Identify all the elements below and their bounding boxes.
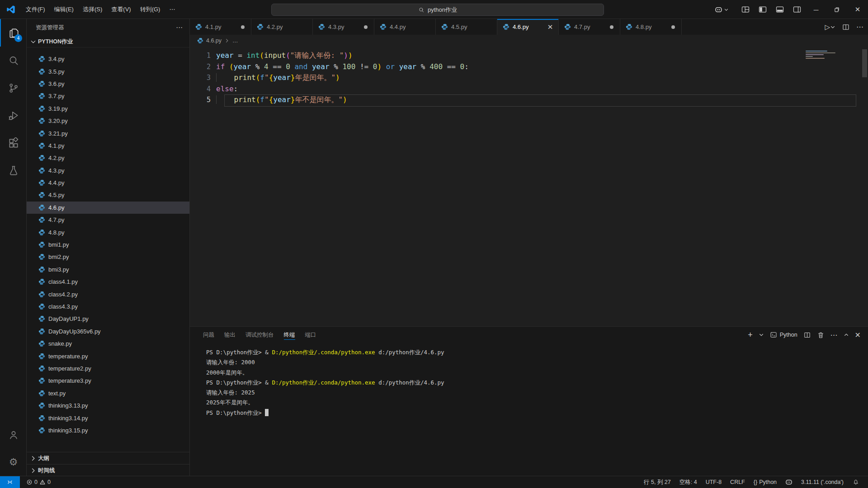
panel-tab-终端[interactable]: 终端: [280, 327, 299, 343]
file-item[interactable]: bmi1.py: [27, 239, 189, 251]
run-python-file-button[interactable]: ▷: [825, 23, 835, 31]
status-item-icon[interactable]: [783, 479, 795, 486]
activity-item-account[interactable]: [0, 421, 27, 448]
status-item-Python[interactable]: {}Python: [751, 479, 779, 485]
toggle-panel-icon[interactable]: [775, 5, 784, 14]
kill-terminal-icon[interactable]: [817, 331, 825, 339]
close-tab-icon[interactable]: ✕: [547, 23, 554, 31]
menu-item-S[interactable]: 选择(S): [78, 0, 107, 19]
editor-tab-4.4.py[interactable]: 4.4.py: [374, 19, 436, 35]
maximize-panel-icon[interactable]: [844, 332, 849, 338]
close-window-button[interactable]: ✕: [847, 0, 868, 19]
editor-tab-4.7.py[interactable]: 4.7.py: [559, 19, 620, 35]
file-item[interactable]: 3.6.py: [27, 78, 189, 90]
code-editor[interactable]: 1year = int(input("请输入年份: "))2if (year %…: [190, 47, 868, 326]
minimap[interactable]: [806, 51, 838, 60]
file-item[interactable]: 3.21.py: [27, 127, 189, 139]
file-item[interactable]: 4.3.py: [27, 164, 189, 177]
customize-layout-icon[interactable]: [741, 5, 750, 14]
file-item[interactable]: 4.5.py: [27, 189, 189, 201]
file-item[interactable]: class4.2.py: [27, 288, 189, 300]
toggle-primary-sidebar-icon[interactable]: [758, 5, 767, 14]
toggle-secondary-sidebar-icon[interactable]: [793, 5, 802, 14]
file-item[interactable]: thinking3.13.py: [27, 399, 189, 412]
file-item[interactable]: 3.19.py: [27, 103, 189, 115]
activity-item-source-control[interactable]: [0, 74, 27, 102]
editor-tab-4.3.py[interactable]: 4.3.py: [313, 19, 374, 35]
copilot-button[interactable]: [715, 6, 729, 14]
panel-tab-调试控制台[interactable]: 调试控制台: [241, 327, 278, 343]
file-item[interactable]: temperature.py: [27, 350, 189, 362]
panel-more-actions[interactable]: ⋯: [830, 331, 838, 339]
activity-item-run-debug[interactable]: [0, 102, 27, 129]
file-item[interactable]: bmi2.py: [27, 251, 189, 263]
file-item[interactable]: text.py: [27, 387, 189, 399]
file-item[interactable]: 4.7.py: [27, 214, 189, 226]
file-item[interactable]: 3.20.py: [27, 115, 189, 127]
terminal-profile-dropdown-icon[interactable]: [759, 332, 764, 338]
editor-tab-4.1.py[interactable]: 4.1.py: [190, 19, 251, 35]
terminal-instance-label[interactable]: Python: [770, 331, 797, 338]
file-item[interactable]: DayDayUp365v6.py: [27, 325, 189, 338]
panel-tab-输出[interactable]: 输出: [220, 327, 240, 343]
outline-section[interactable]: 大纲: [27, 452, 189, 464]
file-item[interactable]: 3.7.py: [27, 90, 189, 102]
file-item[interactable]: class4.3.py: [27, 300, 189, 313]
explorer-more-actions[interactable]: ⋯: [176, 23, 183, 32]
breadcrumb[interactable]: 4.6.py …: [190, 35, 868, 47]
editor-tab-4.6.py[interactable]: 4.6.py✕: [497, 19, 559, 35]
command-center-search[interactable]: python作业: [271, 4, 604, 16]
split-editor-icon[interactable]: [842, 23, 850, 31]
editor-tab-4.5.py[interactable]: 4.5.py: [436, 19, 497, 35]
minimize-button[interactable]: ─: [806, 0, 826, 19]
file-item[interactable]: thinking3.14.py: [27, 412, 189, 424]
file-item[interactable]: 4.6.py: [27, 202, 189, 214]
file-item[interactable]: 4.4.py: [27, 177, 189, 189]
activity-item-search[interactable]: [0, 47, 27, 74]
panel-tab-端口[interactable]: 端口: [301, 327, 321, 343]
activity-item-testing[interactable]: [0, 157, 27, 184]
menu-item-E[interactable]: 编辑(E): [50, 0, 78, 19]
workspace-root-folder[interactable]: PYTHON作业: [27, 36, 189, 47]
menu-item-V[interactable]: 查看(V): [107, 0, 135, 19]
file-item[interactable]: snake.py: [27, 338, 189, 350]
status-item-31111conda[interactable]: 3.11.11 ('.conda'): [799, 479, 846, 485]
file-item[interactable]: 4.2.py: [27, 152, 189, 164]
panel-tab-问题[interactable]: 问题: [199, 327, 218, 343]
new-terminal-button[interactable]: +: [748, 330, 753, 340]
activity-item-explorer[interactable]: 4: [0, 19, 27, 47]
menu-item-F[interactable]: 文件(F): [21, 0, 50, 19]
terminal-output[interactable]: PS D:\python作业> & D:/python作业/.conda/pyt…: [206, 347, 859, 418]
breadcrumb-symbol[interactable]: …: [232, 38, 238, 44]
file-item[interactable]: bmi3.py: [27, 263, 189, 276]
file-item[interactable]: 4.8.py: [27, 226, 189, 238]
editor-tab-4.8.py[interactable]: 4.8.py: [620, 19, 682, 35]
file-item[interactable]: temperature3.py: [27, 375, 189, 387]
file-item[interactable]: thinking3.15.py: [27, 424, 189, 436]
menu-item-G[interactable]: 转到(G): [136, 0, 165, 19]
modified-dot-indicator[interactable]: [239, 23, 246, 30]
file-item[interactable]: temperature2.py: [27, 362, 189, 375]
activity-item-extensions[interactable]: [0, 129, 27, 157]
status-item-CRLF[interactable]: CRLF: [728, 479, 747, 485]
menu-item-[interactable]: ⋯: [165, 0, 179, 19]
settings-gear-icon[interactable]: ⚙: [0, 448, 27, 476]
file-item[interactable]: 4.1.py: [27, 140, 189, 152]
file-item[interactable]: 3.5.py: [27, 65, 189, 77]
timeline-section[interactable]: 时间线: [27, 464, 189, 476]
editor-tab-4.2.py[interactable]: 4.2.py: [251, 19, 313, 35]
breadcrumb-file[interactable]: 4.6.py: [206, 38, 222, 44]
modified-dot-indicator[interactable]: [608, 23, 615, 30]
file-item[interactable]: class4.1.py: [27, 276, 189, 288]
status-item-UTF8[interactable]: UTF-8: [703, 479, 724, 485]
modified-dot-indicator[interactable]: [362, 23, 369, 30]
file-item[interactable]: DayDayUP1.py: [27, 313, 189, 325]
split-terminal-icon[interactable]: [803, 331, 811, 339]
remote-indicator[interactable]: [0, 476, 20, 488]
status-item-4[interactable]: 空格: 4: [677, 479, 699, 486]
modified-dot-indicator[interactable]: [670, 23, 677, 30]
status-item-icon[interactable]: [850, 479, 862, 486]
problems-status[interactable]: 0 0: [26, 479, 51, 485]
editor-scrollbar[interactable]: [862, 49, 867, 77]
editor-more-actions[interactable]: ⋯: [856, 23, 863, 31]
